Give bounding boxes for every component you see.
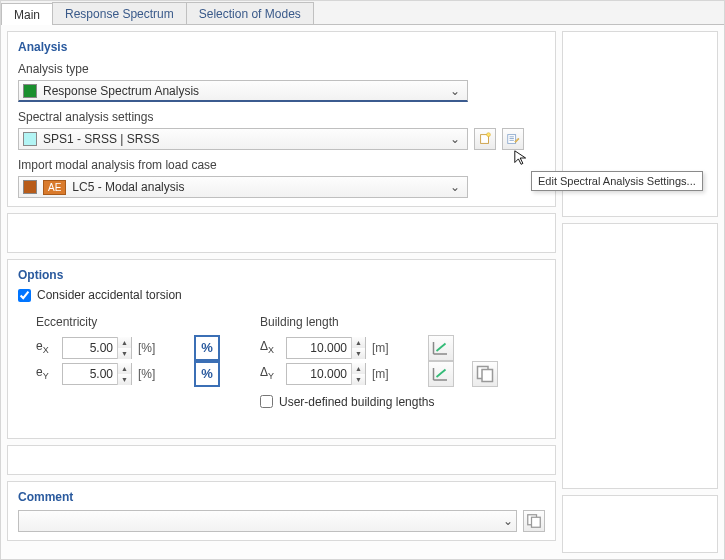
- spacer-panel-1: [7, 213, 556, 253]
- tab-main[interactable]: Main: [1, 3, 53, 25]
- analysis-title: Analysis: [18, 40, 545, 54]
- spin-up-icon[interactable]: ▲: [118, 337, 131, 348]
- spin-down-icon[interactable]: ▼: [352, 374, 365, 385]
- analysis-type-value: Response Spectrum Analysis: [43, 84, 447, 98]
- ey-value: 5.00: [63, 367, 117, 381]
- spin-up-icon[interactable]: ▲: [352, 363, 365, 374]
- comment-title: Comment: [18, 490, 545, 504]
- tooltip: Edit Spectral Analysis Settings...: [531, 171, 703, 191]
- spin-down-icon[interactable]: ▼: [118, 348, 131, 359]
- analysis-type-label: Analysis type: [18, 62, 545, 76]
- dx-spinbox[interactable]: 10.000 ▲▼: [286, 337, 366, 359]
- dx-value: 10.000: [287, 341, 351, 355]
- chevron-down-icon: ⌄: [500, 514, 516, 528]
- user-defined-lengths-checkbox[interactable]: User-defined building lengths: [260, 395, 434, 409]
- eccentricity-title: Eccentricity: [36, 315, 220, 329]
- tab-bar: Main Response Spectrum Selection of Mode…: [1, 1, 724, 25]
- import-modal-label: Import modal analysis from load case: [18, 158, 545, 172]
- ey-percent-button[interactable]: %: [194, 361, 220, 387]
- analysis-type-combo[interactable]: Response Spectrum Analysis ⌄: [18, 80, 468, 102]
- side-preview-3: [562, 495, 718, 553]
- spectral-value: SPS1 - SRSS | SRSS: [43, 132, 447, 146]
- ex-value: 5.00: [63, 341, 117, 355]
- comment-pick-button[interactable]: [523, 510, 545, 532]
- ey-spinbox[interactable]: 5.00 ▲▼: [62, 363, 132, 385]
- chevron-down-icon: ⌄: [447, 180, 463, 194]
- spectral-swatch: [23, 132, 37, 146]
- chevron-down-icon: ⌄: [447, 84, 463, 98]
- dy-label: ΔY: [260, 365, 280, 381]
- analysis-panel: Analysis Analysis type Response Spectrum…: [7, 31, 556, 207]
- user-defined-lengths-label: User-defined building lengths: [279, 395, 434, 409]
- dy-axis-button[interactable]: [428, 361, 454, 387]
- import-modal-combo[interactable]: AE LC5 - Modal analysis ⌄: [18, 176, 468, 198]
- svg-rect-5: [510, 138, 514, 139]
- edit-spectral-settings-button[interactable]: [502, 128, 524, 150]
- spin-up-icon[interactable]: ▲: [118, 363, 131, 374]
- analysis-type-swatch: [23, 84, 37, 98]
- svg-rect-8: [482, 369, 493, 381]
- spectral-settings-label: Spectral analysis settings: [18, 110, 545, 124]
- spacer-panel-2: [7, 445, 556, 475]
- svg-rect-10: [532, 517, 541, 527]
- comment-panel: Comment ⌄: [7, 481, 556, 541]
- import-value: LC5 - Modal analysis: [72, 180, 447, 194]
- comment-combo[interactable]: ⌄: [18, 510, 517, 532]
- dy-value: 10.000: [287, 367, 351, 381]
- import-swatch: [23, 180, 37, 194]
- svg-rect-6: [510, 140, 514, 141]
- dx-axis-button[interactable]: [428, 335, 454, 361]
- ex-spinbox[interactable]: 5.00 ▲▼: [62, 337, 132, 359]
- new-spectral-settings-button[interactable]: [474, 128, 496, 150]
- spin-up-icon[interactable]: ▲: [352, 337, 365, 348]
- ex-unit: [%]: [138, 341, 162, 355]
- accidental-torsion-label: Consider accidental torsion: [37, 288, 182, 302]
- dy-spinbox[interactable]: 10.000 ▲▼: [286, 363, 366, 385]
- building-length-title: Building length: [260, 315, 498, 329]
- svg-rect-4: [510, 136, 514, 137]
- accidental-torsion-checkbox[interactable]: Consider accidental torsion: [18, 288, 182, 302]
- ey-label: eY: [36, 365, 56, 381]
- tab-selection-of-modes[interactable]: Selection of Modes: [186, 2, 314, 24]
- user-defined-lengths-input[interactable]: [260, 395, 273, 408]
- svg-point-2: [487, 133, 491, 137]
- ey-unit: [%]: [138, 367, 162, 381]
- dx-unit: [m]: [372, 341, 396, 355]
- accidental-torsion-input[interactable]: [18, 289, 31, 302]
- tab-response-spectrum[interactable]: Response Spectrum: [52, 2, 187, 24]
- chevron-down-icon: ⌄: [447, 132, 463, 146]
- copy-button[interactable]: [472, 361, 498, 387]
- ex-percent-button[interactable]: %: [194, 335, 220, 361]
- ex-label: eX: [36, 339, 56, 355]
- import-badge: AE: [43, 180, 66, 195]
- spin-down-icon[interactable]: ▼: [118, 374, 131, 385]
- options-title: Options: [18, 268, 545, 282]
- dy-unit: [m]: [372, 367, 396, 381]
- spin-down-icon[interactable]: ▼: [352, 348, 365, 359]
- dx-label: ΔX: [260, 339, 280, 355]
- side-preview-2: [562, 223, 718, 489]
- options-panel: Options Consider accidental torsion Ecce…: [7, 259, 556, 439]
- spectral-settings-combo[interactable]: SPS1 - SRSS | SRSS ⌄: [18, 128, 468, 150]
